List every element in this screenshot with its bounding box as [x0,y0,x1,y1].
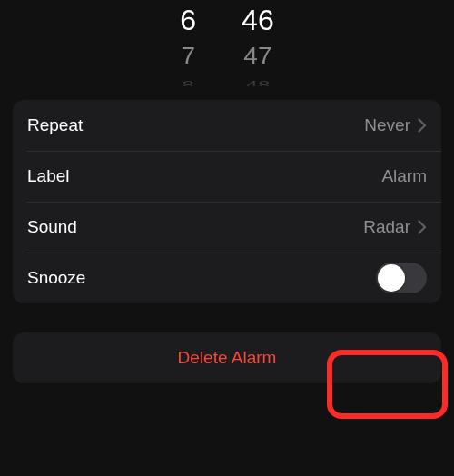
delete-alarm-button[interactable]: Delete Alarm [13,332,441,383]
sound-label: Sound [27,217,77,237]
minute-wheel[interactable]: 46 47 48 [242,2,274,86]
sound-value: Radar [363,217,410,237]
repeat-label: Repeat [27,115,83,135]
hour-wheel[interactable]: 6 7 8 [180,2,196,86]
alarm-settings-card: Repeat Never Label Alarm Sound Radar Sno… [13,100,441,303]
chevron-right-icon [418,118,427,133]
minute-next: 47 [243,40,271,73]
time-picker[interactable]: 6 7 8 46 47 48 [0,0,454,86]
label-value: Alarm [381,166,427,186]
snooze-row: Snooze [13,253,441,303]
repeat-row[interactable]: Repeat Never [13,100,441,151]
label-row[interactable]: Label Alarm [13,151,441,202]
sound-row[interactable]: Sound Radar [13,202,441,253]
minute-value: 46 [242,2,274,38]
label-label: Label [27,166,70,186]
hour-value: 6 [180,2,196,38]
toggle-knob [378,264,405,292]
chevron-right-icon [418,220,427,234]
hour-next2: 8 [183,79,194,87]
snooze-toggle[interactable] [376,263,427,293]
minute-next2: 48 [246,79,271,87]
hour-next: 7 [181,40,195,73]
delete-alarm-label: Delete Alarm [178,348,277,368]
snooze-label: Snooze [27,268,85,288]
repeat-value: Never [364,115,410,135]
